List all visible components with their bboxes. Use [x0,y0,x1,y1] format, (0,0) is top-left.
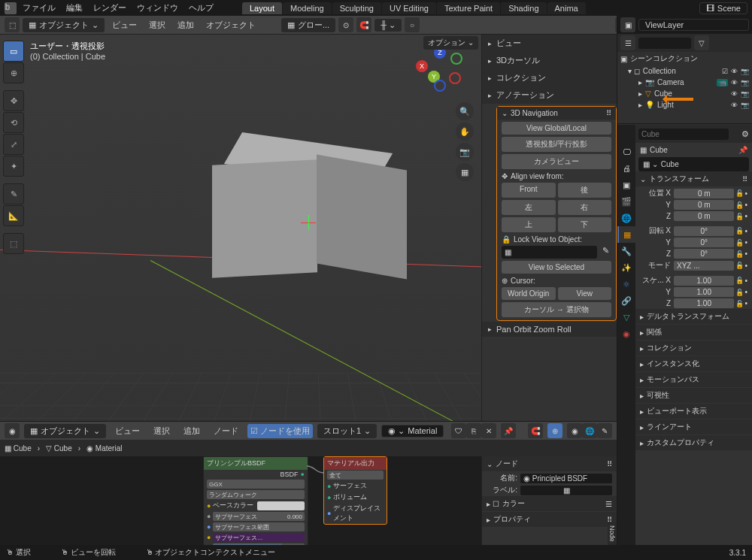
cube-object[interactable] [218,140,368,268]
basecolor-swatch[interactable] [257,501,305,510]
node-node[interactable]: ノード [209,424,243,438]
out-light[interactable]: ▸ 💡 Light 👁📷 [617,99,752,110]
tab-shading[interactable]: Shading [501,2,546,14]
menu-window[interactable]: ウィンドウ [132,1,183,15]
mode-dropdown[interactable]: ▦ オブジェクト ⌄ [23,18,105,32]
mat-new-icon[interactable]: 🛡 [451,423,466,438]
section-vis[interactable]: ▸可視性 [635,388,752,403]
cam-render-icon[interactable]: 📷 [741,79,749,86]
sld-ss[interactable]: サブサーフェス0.000 [213,512,305,521]
node-view[interactable]: ビュー [111,424,144,438]
tab-uv[interactable]: UV Editing [382,2,436,14]
pivot-icon[interactable]: ⊙ [338,17,353,32]
ptab-material[interactable]: ◉ [617,325,635,342]
rot-y-val[interactable]: 0° [674,238,734,247]
lock-sz[interactable]: 🔓 [734,300,744,307]
btn-front[interactable]: Front [502,183,556,198]
menu-help[interactable]: ヘルプ [184,1,218,15]
tab-sculpting[interactable]: Sculpting [332,2,381,14]
filter-icon[interactable]: ▽ [694,35,709,50]
outliner-search[interactable] [638,38,691,49]
coll-check-icon[interactable]: ☑ [722,68,728,75]
npanel-3dcursor[interactable]: ▸3Dカーソル [482,52,617,69]
props-options-icon[interactable]: ⚙ [741,129,749,139]
lock-pz[interactable]: 🔓 [734,213,744,220]
tab-anim[interactable]: Anima [547,2,586,14]
gizmo-neg[interactable] [450,53,462,65]
btn-world-origin[interactable]: World Origin [502,287,556,300]
ptab-particle[interactable]: ✨ [617,259,635,276]
lock-sx[interactable]: 🔓 [734,277,744,284]
node-sidetab[interactable]: Node [608,522,617,545]
persp-icon[interactable]: ▦ [456,163,474,181]
out-collection[interactable]: ▾ ◻ Collection ☑👁📷 [617,65,752,77]
cube-eye-icon[interactable]: 👁 [731,90,738,98]
section-custom[interactable]: ▸カスタムプロパティ [635,435,752,450]
npanel-annotation[interactable]: ▸アノテーション [482,86,617,104]
hdr-add[interactable]: 追加 [173,18,199,32]
pin-icon[interactable]: 📌 [738,146,747,154]
sc-x-val[interactable]: 1.00 [674,276,734,286]
ptab-world[interactable]: 🌐 [617,210,635,226]
prop-edit-icon[interactable]: ○ [405,17,420,32]
nside-node[interactable]: ⌄ノード⠿ [482,456,617,471]
lock-ry[interactable]: 🔓 [734,239,744,247]
nshade-3[interactable]: ✎ [597,423,612,438]
ptab-modifier[interactable]: 🔧 [617,243,635,259]
ptab-scene[interactable]: 🎬 [617,193,635,210]
btn-top[interactable]: 上 [502,217,556,232]
camera-icon[interactable]: 📷 [456,143,474,161]
ptab-constraint[interactable]: 🔗 [617,292,635,309]
mat-pin-icon[interactable]: 📌 [501,423,516,438]
section-delta[interactable]: ▸デルタトランスフォーム [635,309,752,324]
menu-edit[interactable]: 編集 [62,1,87,15]
lock-sy[interactable]: 🔓 [734,289,744,296]
rot-x-val[interactable]: 0° [674,226,734,236]
tool-transform[interactable]: ✦ [3,156,24,177]
nshade-1[interactable]: ◉ [567,423,582,438]
manipulator-gizmo[interactable] [301,215,316,230]
coll-render-icon[interactable]: 📷 [741,68,749,75]
snap-icon[interactable]: 🧲 [356,17,371,32]
nside-color[interactable]: ▸ ☐カラー☰ [482,496,617,511]
node-material-output[interactable]: マテリアル出力 全て ●サーフェス ●ボリューム ●ディスプレイスメント [323,456,387,525]
lock-rx[interactable]: 🔓 [734,227,744,235]
options-dropdown[interactable]: オプション ⌄ [423,36,478,50]
btn-persp[interactable]: 透視投影/平行投影 [502,137,611,152]
viewlayer-selector[interactable]: ViewLayer [638,19,749,31]
tool-cursor[interactable]: ⊕ [3,62,24,83]
section-vpdisp[interactable]: ▸ビューポート表示 [635,404,752,419]
rot-mode[interactable]: XYZ ... [674,261,734,271]
pan-icon[interactable]: ✋ [456,123,474,141]
btn-cursor-view[interactable]: View [558,287,612,300]
cube-render-icon[interactable]: 📷 [741,90,749,98]
node-snap-icon[interactable]: 🧲 [528,423,543,438]
tool-addcube[interactable]: ⬚ [3,233,24,254]
lock-py[interactable]: 🔓 [734,201,744,209]
section-motion[interactable]: ▸モーションパス [635,372,752,387]
npanel-collection[interactable]: ▸コレクション [482,69,617,86]
pos-x-val[interactable]: 0 m [674,189,734,198]
tool-select[interactable]: ▭ [3,41,24,62]
out-all[interactable]: 全て [327,471,384,480]
editor-type-icon[interactable]: ⬚ [5,17,20,32]
nshade-2[interactable]: 🌐 [582,423,597,438]
tool-rotate[interactable]: ⟲ [3,112,24,133]
scene-selector[interactable]: 🎞 Scene [699,2,747,14]
btn-left[interactable]: 左 [502,200,556,215]
slot-dropdown[interactable]: スロット1 ⌄ [317,424,377,438]
nside-label-val[interactable]: ▦ [520,486,612,495]
ptab-output[interactable]: 🖨 [617,160,635,177]
eyedropper-icon[interactable]: ✎ [599,246,611,259]
ptab-physics[interactable]: ⚛ [617,276,635,292]
material-selector[interactable]: ◉ ⌄ Material [381,425,444,437]
node-graph[interactable]: プリンシプルBSDF BSDF ● GGX ランダムウォーク ●ベースカラー ●… [0,456,617,545]
hdr-view[interactable]: ビュー [108,18,141,32]
sc-y-val[interactable]: 1.00 [674,287,734,297]
light-render-icon[interactable]: 📷 [741,101,749,109]
pos-z-val[interactable]: 0 m [674,211,734,221]
tool-annotate[interactable]: ✎ [3,183,24,204]
out-camera[interactable]: ▸ 📷 Camera 📹👁📷 [617,77,752,88]
rot-z-val[interactable]: 0° [674,249,734,259]
npanel-view[interactable]: ▸ビュー [482,35,617,52]
